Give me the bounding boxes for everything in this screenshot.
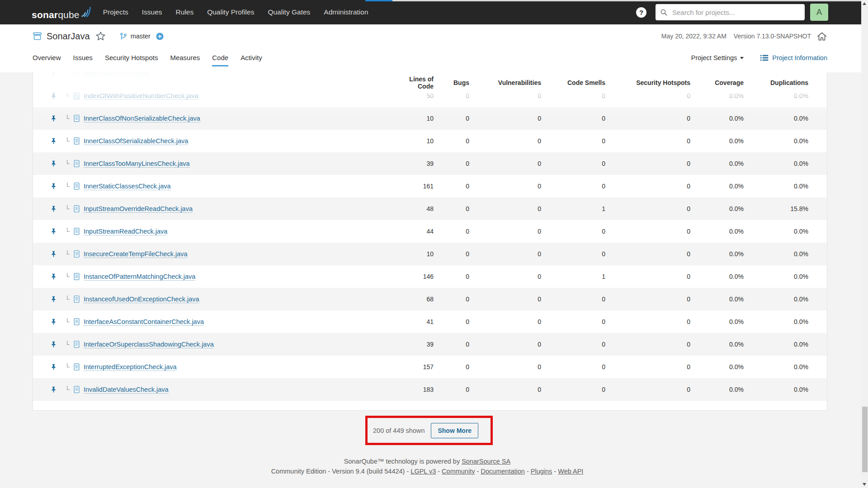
pin-icon[interactable] bbox=[50, 273, 57, 280]
pin-icon[interactable] bbox=[50, 386, 57, 393]
project-information-button[interactable]: Project Information bbox=[756, 54, 827, 62]
show-more-button[interactable]: Show More bbox=[431, 423, 478, 438]
search-input[interactable] bbox=[671, 8, 800, 17]
tab-measures[interactable]: Measures bbox=[170, 54, 200, 61]
file-link[interactable]: InnerClassOfSerializableCheck.java bbox=[84, 137, 188, 145]
table-row: └ InnerClassOfNonSerializableCheck.java … bbox=[33, 107, 827, 130]
file-icon bbox=[73, 205, 80, 212]
file-link[interactable]: InvalidDateValuesCheck.java bbox=[84, 386, 169, 394]
project-settings-dropdown[interactable]: Project Settings bbox=[691, 54, 744, 61]
help-icon[interactable]: ? bbox=[636, 7, 646, 18]
global-nav-item-administration[interactable]: Administration bbox=[324, 8, 368, 16]
home-icon[interactable] bbox=[816, 31, 827, 42]
file-icon bbox=[73, 228, 80, 235]
pin-icon[interactable] bbox=[50, 205, 57, 212]
global-nav-item-issues[interactable]: Issues bbox=[142, 8, 162, 16]
favorite-star-icon[interactable] bbox=[95, 31, 106, 41]
file-icon bbox=[73, 183, 80, 190]
col-duplications: Duplications bbox=[744, 72, 827, 93]
project-tabs: Overview Issues Security Hotspots Measur… bbox=[33, 52, 274, 64]
cell-security-hotspots: 0 bbox=[605, 265, 690, 288]
footer-link-web-api[interactable]: Web API bbox=[558, 468, 583, 475]
pin-icon[interactable] bbox=[50, 92, 57, 99]
sonarqube-app: sonarqube Projects Issues Rules Quality … bbox=[0, 0, 868, 488]
global-nav-item-rules[interactable]: Rules bbox=[176, 8, 194, 16]
table-row: └ InputStreamOverrideReadCheck.java 48 0… bbox=[33, 197, 827, 220]
pin-icon[interactable] bbox=[50, 228, 57, 235]
cell-bugs: 0 bbox=[434, 356, 469, 378]
scrollbar-thumb[interactable] bbox=[862, 407, 868, 472]
cell-duplications: 0.0% bbox=[744, 107, 827, 130]
avatar[interactable]: A bbox=[810, 4, 828, 21]
cell-coverage: 0.0% bbox=[690, 288, 744, 310]
cell-bugs: 0 bbox=[434, 243, 469, 265]
cell-security-hotspots: 0 bbox=[605, 310, 690, 333]
cell-duplications: 15.8% bbox=[744, 197, 827, 220]
file-link[interactable]: IndexOfWithPositiveNumberCheck.java bbox=[84, 92, 198, 100]
sonarqube-logo[interactable]: sonarqube bbox=[32, 4, 91, 20]
tree-branch-glyph: └ bbox=[65, 92, 71, 99]
tab-activity[interactable]: Activity bbox=[241, 54, 262, 61]
tree-branch-glyph: └ bbox=[65, 228, 71, 235]
footer-link-plugins[interactable]: Plugins bbox=[531, 468, 552, 475]
project-header: SonarJava master May 20, 2022, 9:32 AM V… bbox=[0, 24, 868, 72]
file-link[interactable]: InterfaceAsConstantContainerCheck.java bbox=[84, 318, 204, 326]
footer-link-lgpl-v3[interactable]: LGPL v3 bbox=[410, 468, 436, 475]
global-nav-item-quality-profiles[interactable]: Quality Profiles bbox=[207, 8, 254, 16]
footer-link-documentation[interactable]: Documentation bbox=[481, 468, 525, 475]
file-link[interactable]: InsecureCreateTempFileCheck.java bbox=[84, 250, 188, 258]
add-branch-icon[interactable] bbox=[156, 33, 164, 40]
global-nav-item-quality-gates[interactable]: Quality Gates bbox=[268, 8, 310, 16]
pin-icon[interactable] bbox=[50, 318, 57, 325]
global-nav-item-projects[interactable]: Projects bbox=[103, 8, 128, 16]
pin-icon[interactable] bbox=[50, 363, 57, 371]
cell-code-smells: 0 bbox=[541, 333, 605, 356]
file-link[interactable]: InnerStaticClassesCheck.java bbox=[84, 183, 171, 190]
footer-link-community[interactable]: Community bbox=[442, 468, 475, 475]
pin-icon[interactable] bbox=[50, 115, 57, 122]
cell-security-hotspots: 0 bbox=[605, 378, 690, 401]
cell-coverage: 0.0% bbox=[690, 310, 744, 333]
cell-vulnerabilities: 0 bbox=[469, 152, 541, 175]
cell-lines-of-code: 39 bbox=[393, 333, 434, 356]
file-link[interactable]: InputStreamReadCheck.java bbox=[84, 228, 167, 235]
pin-icon[interactable] bbox=[50, 296, 57, 303]
file-link[interactable]: InputStreamOverrideReadCheck.java bbox=[84, 205, 193, 213]
tab-issues[interactable]: Issues bbox=[73, 54, 93, 61]
logo-text-qube: qube bbox=[58, 9, 80, 20]
cell-lines-of-code: 48 bbox=[393, 197, 434, 220]
pin-icon[interactable] bbox=[50, 160, 57, 167]
cell-vulnerabilities: 0 bbox=[469, 175, 541, 197]
file-link[interactable]: InnerClassOfNonSerializableCheck.java bbox=[84, 115, 200, 122]
sonarsource-link[interactable]: SonarSource SA bbox=[462, 458, 510, 465]
pin-icon[interactable] bbox=[50, 183, 57, 190]
table-row: └ InstanceOfPatternMatchingCheck.java 14… bbox=[33, 265, 827, 288]
tree-branch-glyph: └ bbox=[65, 160, 71, 167]
global-search[interactable] bbox=[656, 4, 805, 20]
tab-overview[interactable]: Overview bbox=[33, 54, 61, 61]
file-icon bbox=[73, 296, 80, 303]
pin-icon[interactable] bbox=[50, 137, 57, 145]
col-bugs: Bugs bbox=[434, 72, 469, 93]
cell-vulnerabilities: 0 bbox=[469, 378, 541, 401]
global-navbar: sonarqube Projects Issues Rules Quality … bbox=[0, 0, 868, 24]
file-link[interactable]: InnerClassTooManyLinesCheck.java bbox=[84, 160, 190, 168]
tab-code[interactable]: Code bbox=[212, 54, 228, 61]
col-name bbox=[33, 72, 393, 93]
pin-icon[interactable] bbox=[50, 250, 57, 258]
file-link[interactable]: InterfaceOrSuperclassShadowingCheck.java bbox=[84, 341, 214, 348]
branch-name[interactable]: master bbox=[131, 33, 151, 40]
file-link[interactable]: InstanceofUsedOnExceptionCheck.java bbox=[84, 296, 199, 303]
scroll-up-arrow-icon[interactable] bbox=[863, 2, 866, 5]
file-icon bbox=[73, 363, 80, 371]
scroll-down-arrow-icon[interactable] bbox=[863, 483, 866, 486]
file-icon bbox=[73, 160, 80, 167]
tab-security-hotspots[interactable]: Security Hotspots bbox=[105, 54, 158, 61]
file-link[interactable]: InterruptedExceptionCheck.java bbox=[84, 363, 177, 371]
file-link[interactable]: InstanceOfPatternMatchingCheck.java bbox=[84, 273, 195, 281]
vertical-scrollbar[interactable] bbox=[861, 0, 868, 488]
table-row: └ InterfaceAsConstantContainerCheck.java… bbox=[33, 310, 827, 333]
pin-icon[interactable] bbox=[50, 341, 57, 348]
loading-bar-track bbox=[392, 0, 868, 1]
cell-code-smells: 0 bbox=[541, 378, 605, 401]
